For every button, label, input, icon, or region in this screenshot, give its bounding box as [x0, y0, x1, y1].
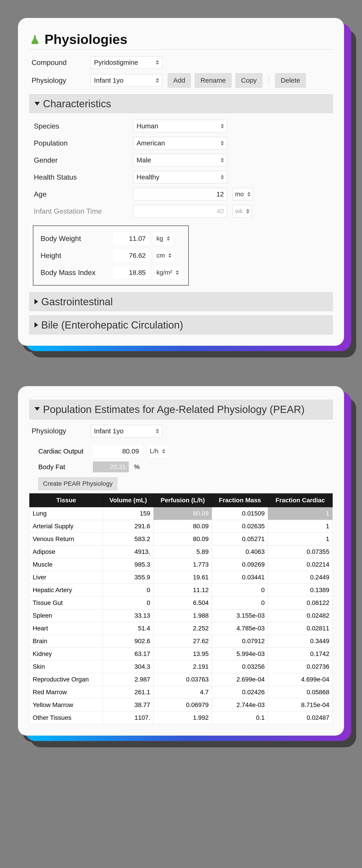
- table-cell[interactable]: 0.02487: [268, 711, 333, 724]
- table-cell[interactable]: 1.992: [153, 711, 212, 724]
- table-cell[interactable]: 3.155e-03: [212, 609, 268, 622]
- table-cell[interactable]: 63.17: [103, 647, 154, 660]
- table-cell[interactable]: 2.191: [153, 660, 212, 673]
- table-cell[interactable]: Skin: [30, 660, 103, 673]
- table-cell[interactable]: 80.09: [153, 507, 212, 520]
- table-row[interactable]: Other Tissues1107.1.9920.10.02487: [30, 711, 333, 724]
- table-cell[interactable]: Reproductive Organ: [30, 673, 103, 686]
- gender-select[interactable]: Male: [133, 154, 227, 166]
- table-cell[interactable]: Spleen: [30, 609, 103, 622]
- age-unit-select[interactable]: mo: [233, 188, 253, 200]
- table-cell[interactable]: Yellow Marrow: [30, 699, 103, 711]
- table-cell[interactable]: 0.02635: [212, 520, 268, 532]
- rename-button[interactable]: Rename: [195, 73, 231, 88]
- table-cell[interactable]: 0.02811: [268, 622, 333, 634]
- table-cell[interactable]: 33.13: [103, 609, 154, 622]
- table-cell[interactable]: 38.77: [103, 699, 154, 711]
- table-cell[interactable]: 4.7: [153, 686, 212, 699]
- copy-button[interactable]: Copy: [235, 73, 262, 88]
- table-row[interactable]: Kidney63.1713.955.994e-030.1742: [30, 647, 333, 660]
- table-cell[interactable]: 0.02214: [268, 558, 333, 571]
- table-cell[interactable]: 0.08122: [268, 596, 333, 609]
- table-header[interactable]: Perfusion (L/h): [153, 493, 212, 507]
- table-cell[interactable]: 6.504: [153, 596, 212, 609]
- table-cell[interactable]: 4.785e-03: [212, 622, 268, 634]
- table-cell[interactable]: 0.3449: [268, 634, 333, 647]
- delete-button[interactable]: Delete: [275, 73, 306, 88]
- species-select[interactable]: Human: [133, 120, 227, 132]
- bmi-unit[interactable]: kg/m²: [154, 266, 181, 279]
- add-button[interactable]: Add: [168, 73, 191, 88]
- table-header[interactable]: Fraction Cardiac: [268, 493, 333, 507]
- bile-header[interactable]: Bile (Enterohepatic Circulation): [29, 315, 333, 334]
- table-cell[interactable]: 51.4: [103, 622, 154, 634]
- table-cell[interactable]: 0: [212, 596, 268, 609]
- table-cell[interactable]: Brain: [30, 634, 103, 647]
- table-cell[interactable]: 13.95: [153, 647, 212, 660]
- table-cell[interactable]: 0.02426: [212, 686, 268, 699]
- table-cell[interactable]: Muscle: [30, 558, 103, 571]
- table-cell[interactable]: 2.987: [103, 673, 154, 686]
- table-cell[interactable]: 1: [268, 520, 333, 532]
- table-cell[interactable]: 0: [103, 596, 154, 609]
- population-select[interactable]: American: [133, 137, 227, 149]
- table-cell[interactable]: Tissue Gut: [30, 596, 103, 609]
- table-cell[interactable]: 0.2449: [268, 571, 333, 584]
- table-row[interactable]: Hepatic Artery011.1200.1389: [30, 584, 333, 596]
- table-row[interactable]: Red Marrow261.14.70.024260.05868: [30, 686, 333, 699]
- table-cell[interactable]: 1.988: [153, 609, 212, 622]
- table-header[interactable]: Volume (mL): [103, 493, 154, 507]
- table-row[interactable]: Yellow Marrow38.770.069792.744e-038.715e…: [30, 699, 333, 711]
- table-cell[interactable]: 8.715e-04: [268, 699, 333, 711]
- table-cell[interactable]: 2.699e-04: [212, 673, 268, 686]
- table-row[interactable]: Adipose4913.5.890.40630.07355: [30, 545, 333, 558]
- table-cell[interactable]: 304.3: [103, 660, 154, 673]
- table-row[interactable]: Spleen33.131.9883.155e-030.02482: [30, 609, 333, 622]
- table-cell[interactable]: 0: [103, 584, 154, 596]
- cardiac-output-unit[interactable]: L/h: [147, 445, 167, 458]
- table-cell[interactable]: 0.03763: [153, 673, 212, 686]
- age-input[interactable]: 12: [133, 188, 227, 200]
- table-cell[interactable]: 0.1389: [268, 584, 333, 596]
- create-pear-button[interactable]: Create PEAR Physiology: [38, 477, 117, 490]
- table-row[interactable]: Skin304.32.1910.032560.02736: [30, 660, 333, 673]
- table-cell[interactable]: 0.02736: [268, 660, 333, 673]
- table-cell[interactable]: Venous Return: [30, 532, 103, 545]
- table-cell[interactable]: 0.1: [212, 711, 268, 724]
- table-cell[interactable]: 1.773: [153, 558, 212, 571]
- table-cell[interactable]: 0.06979: [153, 699, 212, 711]
- table-cell[interactable]: 80.09: [153, 520, 212, 532]
- gastrointestinal-header[interactable]: Gastrointestinal: [29, 292, 333, 311]
- table-cell[interactable]: 0.1742: [268, 647, 333, 660]
- health-select[interactable]: Healthy: [133, 171, 227, 183]
- compound-select[interactable]: Pyridostigmine: [91, 56, 162, 69]
- table-row[interactable]: Muscle985.31.7730.092690.02214: [30, 558, 333, 571]
- table-cell[interactable]: 19.61: [153, 571, 212, 584]
- table-cell[interactable]: 902.6: [103, 634, 154, 647]
- table-cell[interactable]: Kidney: [30, 647, 103, 660]
- table-cell[interactable]: Lung: [30, 507, 103, 520]
- table-cell[interactable]: Other Tissues: [30, 711, 103, 724]
- pear-header[interactable]: Population Estimates for Age-Related Phy…: [29, 400, 333, 420]
- table-row[interactable]: Tissue Gut06.50400.08122: [30, 596, 333, 609]
- table-cell[interactable]: 5.89: [153, 545, 212, 558]
- table-row[interactable]: Reproductive Organ2.9870.037632.699e-044…: [30, 673, 333, 686]
- table-cell[interactable]: Adipose: [30, 545, 103, 558]
- table-cell[interactable]: 1: [268, 507, 333, 520]
- table-header[interactable]: Tissue: [30, 493, 103, 507]
- table-cell[interactable]: 0.09269: [212, 558, 268, 571]
- body-weight-input[interactable]: 11.07: [113, 232, 149, 245]
- table-cell[interactable]: 0: [212, 584, 268, 596]
- table-cell[interactable]: 2.744e-03: [212, 699, 268, 711]
- table-cell[interactable]: 0.03256: [212, 660, 268, 673]
- table-cell[interactable]: 0.4063: [212, 545, 268, 558]
- table-row[interactable]: Heart51.42.2524.785e-030.02811: [30, 622, 333, 634]
- table-cell[interactable]: 291.6: [103, 520, 154, 532]
- table-cell[interactable]: 159: [103, 507, 154, 520]
- table-cell[interactable]: 0.03441: [212, 571, 268, 584]
- table-cell[interactable]: 5.994e-03: [212, 647, 268, 660]
- table-cell[interactable]: 261.1: [103, 686, 154, 699]
- body-weight-unit[interactable]: kg: [154, 232, 172, 245]
- table-cell[interactable]: Red Marrow: [30, 686, 103, 699]
- table-cell[interactable]: 4.699e-04: [268, 673, 333, 686]
